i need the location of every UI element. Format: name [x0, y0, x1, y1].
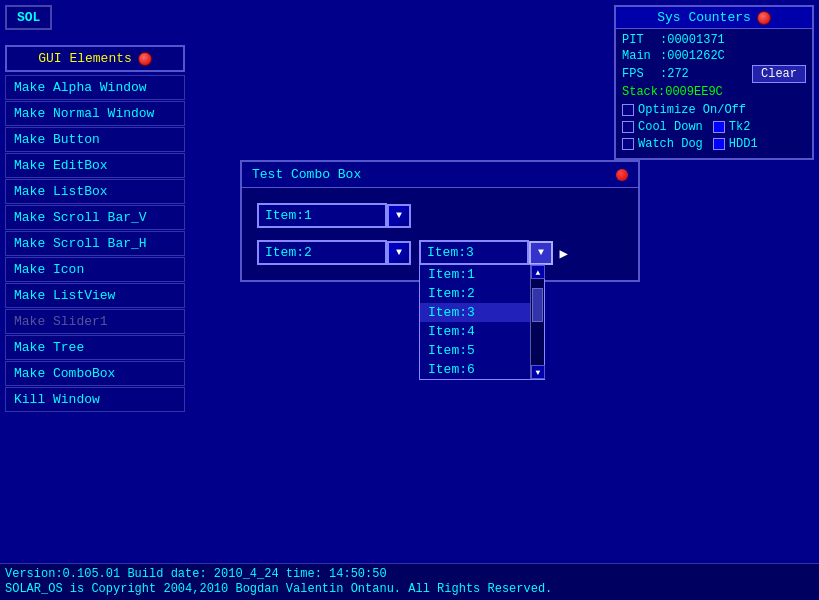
- optimize-row: Optimize On/Off: [622, 103, 806, 117]
- combo-box-1: [257, 203, 387, 228]
- dropdown-item-4[interactable]: Item:4: [420, 322, 544, 341]
- cool-row: Cool Down Tk2: [622, 120, 806, 134]
- combo-input-3[interactable]: [419, 240, 529, 265]
- gui-elements-label: GUI Elements: [38, 51, 132, 66]
- sidebar-btn-make-tree[interactable]: Make Tree: [5, 335, 185, 360]
- combo-panel-title: Test Combo Box: [252, 167, 361, 182]
- cool-checkbox[interactable]: [622, 121, 634, 133]
- tk2-label: Tk2: [729, 120, 751, 134]
- sidebar: GUI Elements Make Alpha WindowMake Norma…: [5, 45, 185, 413]
- sidebar-buttons: Make Alpha WindowMake Normal WindowMake …: [5, 75, 185, 412]
- sidebar-btn-make-slider1[interactable]: Make Slider1: [5, 309, 185, 334]
- combo-arrow-3[interactable]: ▼: [529, 241, 553, 265]
- fps-label: FPS: [622, 67, 660, 81]
- dropdown-item-2[interactable]: Item:2: [420, 284, 544, 303]
- sys-counters-body: PIT :00001371 Main :0001262C FPS :272 Cl…: [616, 29, 812, 158]
- sidebar-btn-make-scroll-bar_h[interactable]: Make Scroll Bar_H: [5, 231, 185, 256]
- main-row: Main :0001262C: [622, 49, 806, 63]
- stack-value: Stack:0009EE9C: [622, 85, 723, 99]
- main-label: Main: [622, 49, 660, 63]
- gui-elements-header: GUI Elements: [5, 45, 185, 72]
- pit-row: PIT :00001371: [622, 33, 806, 47]
- cool-label: Cool Down: [638, 120, 703, 134]
- status-line-1: Version:0.105.01 Build date: 2010_4_24 t…: [5, 567, 814, 581]
- combo-panel: Test Combo Box ▼ ▼: [240, 160, 640, 282]
- scroll-track: [531, 279, 544, 365]
- cursor-indicator: ▶: [560, 245, 568, 262]
- sidebar-btn-make-button[interactable]: Make Button: [5, 127, 185, 152]
- combo-box-2: [257, 240, 387, 265]
- watchdog-label: Watch Dog: [638, 137, 703, 151]
- sys-counters-title: Sys Counters: [657, 10, 751, 25]
- combo-panel-close[interactable]: [616, 169, 628, 181]
- sidebar-btn-make-listview[interactable]: Make ListView: [5, 283, 185, 308]
- sol-label: SOL: [17, 10, 40, 25]
- sol-tab[interactable]: SOL: [5, 5, 52, 30]
- pit-value: :00001371: [660, 33, 806, 47]
- sidebar-btn-make-listbox[interactable]: Make ListBox: [5, 179, 185, 204]
- pit-label: PIT: [622, 33, 660, 47]
- stack-row: Stack:0009EE9C: [622, 85, 806, 99]
- dropdown-item-5[interactable]: Item:5: [420, 341, 544, 360]
- combo-input-2[interactable]: [257, 240, 387, 265]
- combo-box-3-wrap: ▼ Item:1 Item:2 Item:3 Item:4 Item:5 Ite…: [419, 240, 553, 265]
- scroll-arrow-up[interactable]: ▲: [531, 265, 545, 279]
- gui-elements-close-dot[interactable]: [138, 52, 152, 66]
- hdd1-label: HDD1: [729, 137, 758, 151]
- hdd1-checkbox[interactable]: [713, 138, 725, 150]
- sidebar-btn-make-scroll-bar_v[interactable]: Make Scroll Bar_V: [5, 205, 185, 230]
- dropdown-item-6[interactable]: Item:6: [420, 360, 544, 379]
- sys-counters-panel: Sys Counters PIT :00001371 Main :0001262…: [614, 5, 814, 160]
- tk2-checkbox[interactable]: [713, 121, 725, 133]
- sidebar-btn-make-alpha-window[interactable]: Make Alpha Window: [5, 75, 185, 100]
- sidebar-btn-kill-window[interactable]: Kill Window: [5, 387, 185, 412]
- combo-input-1[interactable]: [257, 203, 387, 228]
- sys-counters-header: Sys Counters: [616, 7, 812, 29]
- sidebar-btn-make-combobox[interactable]: Make ComboBox: [5, 361, 185, 386]
- watchdog-row: Watch Dog HDD1: [622, 137, 806, 151]
- sidebar-btn-make-editbox[interactable]: Make EditBox: [5, 153, 185, 178]
- dropdown-item-3[interactable]: Item:3: [420, 303, 544, 322]
- optimize-checkbox[interactable]: [622, 104, 634, 116]
- combo-row-1: ▼: [257, 203, 623, 228]
- main-value: :0001262C: [660, 49, 806, 63]
- combo-box-3: [419, 240, 529, 265]
- combo-dropdown-3: Item:1 Item:2 Item:3 Item:4 Item:5 Item:…: [419, 264, 545, 380]
- status-bar: Version:0.105.01 Build date: 2010_4_24 t…: [0, 563, 819, 600]
- combo-panel-body: ▼ ▼ ▼: [242, 188, 638, 280]
- combo-box-2-wrap: ▼: [257, 240, 411, 265]
- sys-counters-close-dot[interactable]: [757, 11, 771, 25]
- optimize-label: Optimize On/Off: [638, 103, 746, 117]
- dropdown-scrollbar: ▲ ▼: [530, 265, 544, 379]
- watchdog-checkbox[interactable]: [622, 138, 634, 150]
- combo-arrow-1[interactable]: ▼: [387, 204, 411, 228]
- status-line-2: SOLAR_OS is Copyright 2004,2010 Bogdan V…: [5, 582, 814, 596]
- scroll-arrow-down[interactable]: ▼: [531, 365, 545, 379]
- scroll-thumb[interactable]: [532, 288, 543, 322]
- combo-row-2: ▼ ▼ Item:1 Item:2 Item:3: [257, 240, 623, 265]
- fps-row: FPS :272 Clear: [622, 65, 806, 83]
- sidebar-btn-make-icon[interactable]: Make Icon: [5, 257, 185, 282]
- dropdown-item-1[interactable]: Item:1: [420, 265, 544, 284]
- sidebar-btn-make-normal-window[interactable]: Make Normal Window: [5, 101, 185, 126]
- combo-arrow-2[interactable]: ▼: [387, 241, 411, 265]
- clear-button[interactable]: Clear: [752, 65, 806, 83]
- combo-panel-header: Test Combo Box: [242, 162, 638, 188]
- dropdown-items-container: Item:1 Item:2 Item:3 Item:4 Item:5 Item:…: [420, 265, 544, 379]
- fps-value: :272: [660, 67, 752, 81]
